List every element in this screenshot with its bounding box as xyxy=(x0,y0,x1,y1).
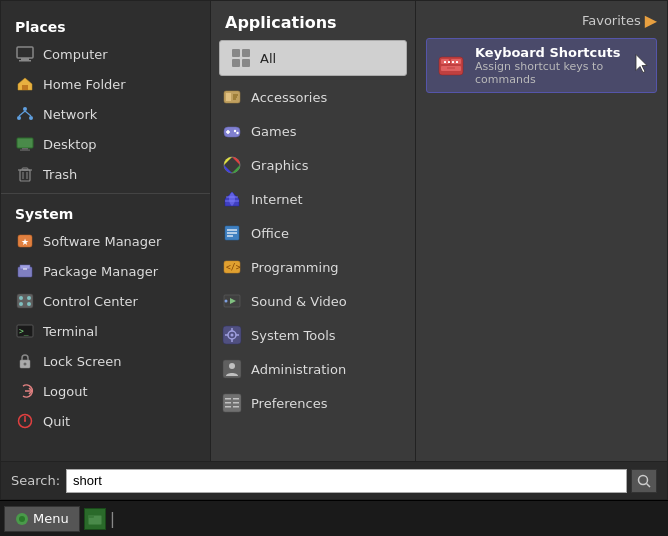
sidebar-item-package-manager-label: Package Manager xyxy=(43,264,158,279)
menu-button[interactable]: Menu xyxy=(4,506,80,532)
svg-point-63 xyxy=(231,334,234,337)
svg-rect-11 xyxy=(20,150,30,151)
computer-icon xyxy=(15,44,35,64)
svg-rect-0 xyxy=(17,47,33,58)
category-office[interactable]: Office xyxy=(211,216,415,250)
menu-content: Places Computer xyxy=(1,1,667,461)
accessories-icon xyxy=(221,86,243,108)
apps-title: Applications xyxy=(211,1,415,40)
category-sound-video-label: Sound & Video xyxy=(251,294,347,309)
search-icon xyxy=(637,474,651,488)
logout-icon xyxy=(15,381,35,401)
sidebar: Places Computer xyxy=(1,1,211,461)
preferences-icon xyxy=(221,392,243,414)
category-programming[interactable]: </> Programming xyxy=(211,250,415,284)
svg-rect-82 xyxy=(448,61,450,63)
category-graphics-label: Graphics xyxy=(251,158,308,173)
sidebar-item-logout-label: Logout xyxy=(43,384,88,399)
keyboard-shortcuts-icon xyxy=(437,52,465,80)
sidebar-item-trash[interactable]: Trash xyxy=(1,159,210,189)
category-graphics[interactable]: Graphics xyxy=(211,148,415,182)
svg-rect-22 xyxy=(17,294,33,308)
sidebar-item-network[interactable]: Network xyxy=(1,99,210,129)
category-accessories[interactable]: Accessories xyxy=(211,80,415,114)
sidebar-item-computer-label: Computer xyxy=(43,47,108,62)
svg-rect-74 xyxy=(233,402,239,404)
apps-panel: Applications All xyxy=(211,1,416,461)
category-system-tools[interactable]: System Tools xyxy=(211,318,415,352)
svg-rect-38 xyxy=(242,59,250,67)
svg-rect-71 xyxy=(225,398,231,400)
sidebar-item-quit-label: Quit xyxy=(43,414,70,429)
apps-list: All Accessories xyxy=(211,40,415,461)
category-all[interactable]: All xyxy=(219,40,407,76)
svg-rect-91 xyxy=(88,515,94,518)
desktop-icon xyxy=(15,134,35,154)
category-preferences[interactable]: Preferences xyxy=(211,386,415,420)
keyboard-shortcuts-card[interactable]: Keyboard Shortcuts Assign shortcut keys … xyxy=(426,38,657,93)
svg-rect-12 xyxy=(20,170,30,181)
svg-rect-20 xyxy=(20,265,30,269)
sidebar-item-software-manager[interactable]: ★ Software Manager xyxy=(1,226,210,256)
sidebar-item-trash-label: Trash xyxy=(43,167,77,182)
graphics-icon xyxy=(221,154,243,176)
svg-point-60 xyxy=(225,300,228,303)
category-games[interactable]: Games xyxy=(211,114,415,148)
keyboard-shortcuts-desc: Assign shortcut keys to commands xyxy=(475,60,646,86)
administration-icon xyxy=(221,358,243,380)
svg-text:>_: >_ xyxy=(19,327,29,336)
sound-video-icon xyxy=(221,290,243,312)
internet-icon xyxy=(221,188,243,210)
taskbar-file-manager-icon[interactable] xyxy=(84,508,106,530)
svg-point-26 xyxy=(27,302,31,306)
search-button[interactable] xyxy=(631,469,657,493)
taskbar-separator: | xyxy=(110,509,115,528)
office-icon xyxy=(221,222,243,244)
sidebar-divider xyxy=(1,193,210,194)
network-icon xyxy=(15,104,35,124)
svg-rect-10 xyxy=(22,148,28,150)
search-bar: Search: xyxy=(1,461,667,499)
sidebar-item-package-manager[interactable]: Package Manager xyxy=(1,256,210,286)
sidebar-item-logout[interactable]: Logout xyxy=(1,376,210,406)
sidebar-item-control-center-label: Control Center xyxy=(43,294,138,309)
svg-point-34 xyxy=(24,420,26,422)
content-panel: Favorites ▶ xyxy=(416,1,667,461)
category-sound-video[interactable]: Sound & Video xyxy=(211,284,415,318)
sidebar-item-home-folder[interactable]: Home Folder xyxy=(1,69,210,99)
favorites-arrow[interactable]: ▶ xyxy=(645,11,657,30)
category-office-label: Office xyxy=(251,226,289,241)
sidebar-item-lock-screen-label: Lock Screen xyxy=(43,354,121,369)
sidebar-item-lock-screen[interactable]: Lock Screen xyxy=(1,346,210,376)
svg-rect-1 xyxy=(21,58,29,60)
trash-icon xyxy=(15,164,35,184)
sidebar-item-control-center[interactable]: Control Center xyxy=(1,286,210,316)
search-input[interactable] xyxy=(66,469,627,493)
svg-rect-73 xyxy=(225,402,231,404)
svg-point-69 xyxy=(229,363,235,369)
sidebar-item-desktop[interactable]: Desktop xyxy=(1,129,210,159)
category-administration[interactable]: Administration xyxy=(211,352,415,386)
sidebar-item-terminal[interactable]: >_ Terminal xyxy=(1,316,210,346)
taskbar: Menu | xyxy=(0,500,668,536)
sidebar-item-computer[interactable]: Computer xyxy=(1,39,210,69)
svg-rect-37 xyxy=(232,59,240,67)
file-manager-icon xyxy=(87,512,103,526)
category-internet[interactable]: Internet xyxy=(211,182,415,216)
control-center-icon xyxy=(15,291,35,311)
cursor xyxy=(636,54,650,77)
svg-rect-3 xyxy=(22,85,28,90)
sidebar-item-quit[interactable]: Quit xyxy=(1,406,210,436)
places-title: Places xyxy=(1,11,210,39)
svg-point-23 xyxy=(19,296,23,300)
all-icon xyxy=(230,47,252,69)
svg-point-86 xyxy=(639,475,648,484)
svg-rect-2 xyxy=(19,60,31,62)
svg-rect-75 xyxy=(225,406,231,408)
menu-panel: Places Computer xyxy=(0,0,668,500)
sidebar-item-terminal-label: Terminal xyxy=(43,324,98,339)
svg-rect-40 xyxy=(226,93,231,101)
search-label: Search: xyxy=(11,473,60,488)
svg-rect-81 xyxy=(444,61,446,63)
svg-text:</>: </> xyxy=(226,263,241,272)
